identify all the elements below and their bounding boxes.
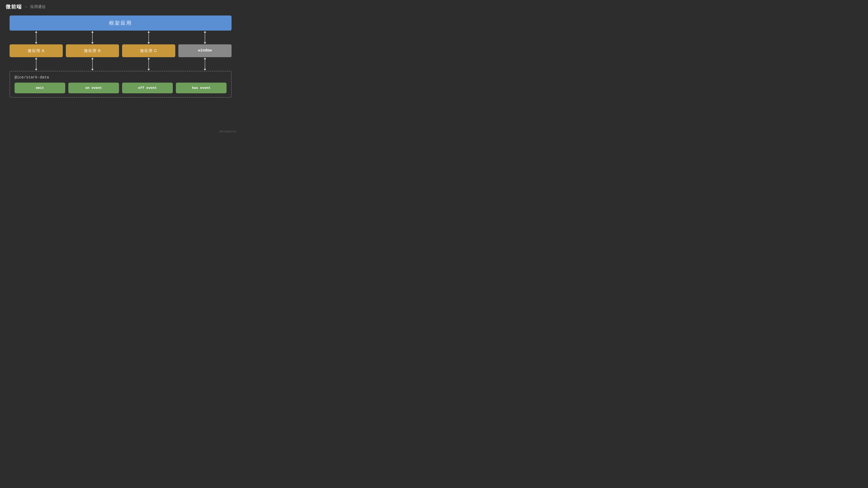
- arrow-cell-b: [66, 31, 119, 44]
- framework-label: 框架应用: [109, 20, 132, 26]
- arrow-window-stark: [205, 59, 205, 69]
- header: 微前端 － 应用通信: [0, 0, 241, 13]
- has-event-button[interactable]: has event: [176, 83, 226, 93]
- main-diagram: 框架应用 微应用 A 微应用 B 微应用 C window: [0, 13, 241, 101]
- stark-data-buttons: emit on event off event has event: [14, 83, 226, 93]
- arrow-framework-window: [205, 33, 205, 42]
- micro-app-b: 微应用 B: [66, 44, 119, 57]
- footer-watermark: @网上超级技术社区: [219, 130, 237, 133]
- top-arrows: [9, 31, 231, 44]
- arrow-framework-c: [149, 33, 149, 42]
- micro-apps-row: 微应用 A 微应用 B 微应用 C window: [9, 44, 231, 57]
- arrow-cell-c-bottom: [122, 57, 175, 71]
- bottom-arrows: [9, 57, 231, 71]
- framework-box: 框架应用: [9, 15, 231, 31]
- header-dash: －: [24, 4, 28, 9]
- off-event-button[interactable]: off event: [122, 83, 173, 93]
- stark-data-package: @ice/stark-data: [14, 75, 226, 79]
- arrow-cell-b-bottom: [66, 57, 119, 71]
- micro-app-b-label: 微应用 B: [84, 48, 101, 53]
- arrow-cell-a: [9, 31, 63, 44]
- stark-data-container: @ice/stark-data emit on event off event …: [9, 71, 231, 98]
- header-subtitle: 应用通信: [30, 4, 45, 9]
- emit-button[interactable]: emit: [14, 83, 65, 93]
- page-title: 微前端: [6, 3, 22, 10]
- arrow-cell-c: [122, 31, 175, 44]
- arrow-cell-a-bottom: [9, 57, 63, 71]
- micro-app-a: 微应用 A: [9, 44, 63, 57]
- micro-app-a-label: 微应用 A: [28, 48, 45, 53]
- arrow-b-stark: [92, 59, 93, 69]
- arrow-cell-window: [178, 31, 231, 44]
- arrow-a-stark: [36, 59, 36, 69]
- arrow-framework-a: [36, 33, 36, 42]
- micro-app-c-label: 微应用 C: [140, 48, 157, 53]
- window-box: window: [178, 44, 231, 57]
- arrow-cell-window-bottom: [178, 57, 231, 71]
- micro-app-c: 微应用 C: [122, 44, 175, 57]
- arrow-c-stark: [149, 59, 149, 69]
- window-box-label: window: [198, 48, 212, 53]
- on-event-button[interactable]: on event: [68, 83, 119, 93]
- arrow-framework-b: [92, 33, 93, 42]
